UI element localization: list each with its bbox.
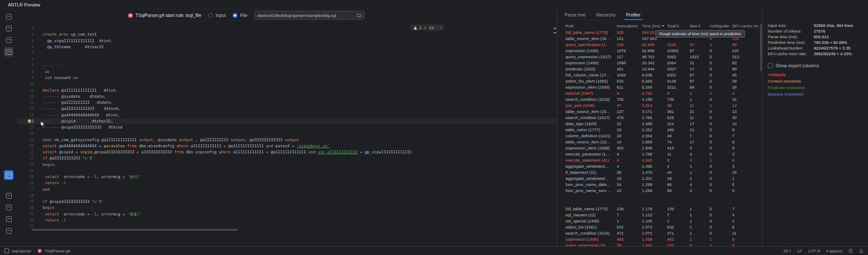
table-row[interactable]: table_source_item (15…141.959741708: [563, 139, 759, 145]
code-line[interactable]: 21select @vipid = vipid,@vipa33333333333…: [17, 149, 557, 155]
code-line[interactable]: 26 return -1: [17, 180, 557, 186]
table-row[interactable]: table_name (1777)332.2521992109: [563, 127, 759, 133]
table-row[interactable]: expression_elem (1589)4021.948413308: [563, 145, 759, 151]
table-row[interactable]: expression_elem (1590)6115.266321199026: [563, 84, 759, 90]
code-line[interactable]: 15------- @a44444444444444 dtint,: [17, 112, 557, 118]
column-header-ambiguities[interactable]: Ambiguities: [707, 23, 730, 30]
tool-button-gear-icon[interactable]: [4, 12, 13, 21]
code-line[interactable]: 10: [17, 81, 557, 87]
code-line[interactable]: 18: [17, 130, 557, 136]
code-line[interactable]: 27end: [17, 186, 557, 192]
code-line[interactable]: 3 @p_vipa1111111111111 dtint,: [17, 38, 557, 44]
table-row[interactable]: [563, 194, 759, 200]
lock-icon[interactable]: [848, 248, 853, 253]
code-line[interactable]: 17------- @vipa333333333333 dtkind: [17, 124, 557, 130]
error-stripe-mark[interactable]: [554, 32, 556, 33]
table-row[interactable]: table_source_item (15…1273.17138121013: [563, 109, 759, 115]
table-row[interactable]: aggregate_windowed…41.4954103: [563, 163, 759, 169]
table-row[interactable]: func_proc_name_data…241.29895405: [563, 182, 759, 188]
column-header-invocations[interactable]: Invocations: [614, 23, 639, 30]
code-line[interactable]: 14------- @a333333333333 dtkind,: [17, 106, 557, 112]
code-line[interactable]: 24: [17, 168, 557, 174]
code-line[interactable]: 2create proc up_com_test: [17, 31, 557, 37]
table-row[interactable]: full_column_name (17…10948.635830197045: [563, 72, 759, 78]
table-row[interactable]: aggregate_windowed…181.33118101: [563, 176, 759, 182]
code-line[interactable]: 12------- @sysdate dtdate,: [17, 93, 557, 99]
code-line[interactable]: 29if @vipa333333333333 !='0': [17, 199, 557, 205]
table-row[interactable]: asterisk (1587)94.7219114: [563, 90, 759, 96]
antlr-preview-tool-icon[interactable]: [4, 170, 13, 180]
tool-button-notifications-icon[interactable]: [4, 226, 13, 235]
code-editor[interactable]: 12create proc up_com_test3 @p_vipa111111…: [17, 22, 557, 246]
file-radio-group[interactable]: File: [233, 13, 247, 18]
table-row[interactable]: set_special (1485)11.1051101: [563, 218, 759, 224]
code-line[interactable]: 1: [17, 25, 557, 31]
column-header-rule[interactable]: Rule: [563, 23, 614, 30]
expert-columns-row[interactable]: Show expert columns: [768, 63, 868, 69]
code-line[interactable]: 16---- @vipid dtchar32,: [17, 118, 557, 124]
tool-button-layout-icon[interactable]: [4, 191, 13, 200]
table-row[interactable]: search_condition (1517)4702.78652511030: [563, 115, 759, 121]
tab-profiler[interactable]: Profiler: [621, 10, 645, 20]
test-file-path[interactable]: ebelice/Github/tsql-parser/examples/big.…: [257, 13, 354, 18]
code-line[interactable]: 7-- -- --: [17, 63, 557, 69]
table-row[interactable]: select_list_elem (1592)6326.669612997038: [563, 78, 759, 84]
test-file-path-field[interactable]: ebelice/Github/tsql-parser/examples/big.…: [254, 11, 365, 20]
code-line[interactable]: 20select @a44444444444444 = paravalue fr…: [17, 143, 557, 149]
table-row[interactable]: query_specification (1…13661.94521049719…: [563, 42, 759, 48]
input-radio-label[interactable]: Input: [216, 13, 226, 18]
table-row[interactable]: search_condition (1519)7354.1587351031: [563, 96, 759, 103]
breadcrumb-project[interactable]: tsql-parser: [12, 248, 31, 253]
prev-issue-chevron-icon[interactable]: ^: [436, 26, 437, 30]
tool-button-terminal-icon[interactable]: [4, 202, 13, 212]
file-radio[interactable]: [233, 13, 237, 18]
show-expert-columns-checkbox[interactable]: [768, 63, 773, 68]
table-row[interactable]: func_proc_name_serv…241.28995405: [563, 188, 759, 194]
breadcrumb-file[interactable]: TSqlParser.g4: [44, 248, 70, 253]
code-line[interactable]: 25 select errorcode = -1, errormsg = '执行…: [17, 174, 557, 180]
table-row[interactable]: search_condition (1516)4711.0724711011: [563, 230, 759, 236]
tool-button-preview-icon[interactable]: [4, 47, 13, 56]
intention-bulb-icon[interactable]: [28, 119, 31, 123]
status-4-spaces[interactable]: 4 spaces: [826, 248, 842, 253]
status-utf-8[interactable]: UTF-8: [808, 248, 820, 253]
table-row[interactable]: [563, 200, 759, 206]
input-radio-group[interactable]: Input: [208, 13, 226, 18]
column-header-total-k[interactable]: Total k: [664, 23, 687, 30]
input-radio[interactable]: [208, 13, 213, 18]
code-line[interactable]: 30begin: [17, 205, 557, 211]
table-row[interactable]: execute_parameter (1…41.75811403: [563, 151, 759, 157]
profiler-table[interactable]: RuleInvocationsTime (ms)Total kMax kAmbi…: [563, 23, 759, 246]
code-line[interactable]: 11declare @a1111111111111 dtint,: [17, 87, 557, 93]
table-row[interactable]: execute_statement (41)41.6428416: [563, 157, 759, 163]
table-row[interactable]: full_table_name (1773)1391.179139107: [563, 206, 759, 212]
table-row[interactable]: expression (1495)197852.99910982970237: [563, 48, 759, 54]
tool-button-bookmark-icon[interactable]: [4, 23, 13, 33]
table-row[interactable]: join_part (1636)473.3146811112: [563, 103, 759, 109]
tab-hierarchy[interactable]: Hierarchy: [591, 10, 621, 20]
tab-parse-tree[interactable]: Parse tree: [559, 10, 591, 20]
table-row[interactable]: select_list (1581)6321.073632106: [563, 224, 759, 230]
table-row[interactable]: sql_clauses (12)71.1227104: [563, 212, 759, 218]
file-radio-label[interactable]: File: [240, 13, 247, 18]
table-row[interactable]: expression (1498)199820.342206421082: [563, 60, 759, 66]
tool-button-search-icon[interactable]: [4, 35, 13, 45]
code-line[interactable]: 23begin: [17, 162, 557, 168]
code-line[interactable]: 19exec nb_com_getsysconfig @a11111111111…: [17, 137, 557, 143]
folder-icon[interactable]: [357, 13, 362, 17]
code-line[interactable]: 22if @a33333333333 !='0': [17, 155, 557, 161]
table-row[interactable]: if_statement (31)351.476441015: [563, 169, 759, 176]
code-line[interactable]: 28: [17, 192, 557, 199]
code-line[interactable]: 8 as: [17, 69, 557, 75]
table-row[interactable]: query_expression (1527)11748.76120621910…: [563, 54, 759, 60]
table-row[interactable]: predicate (1525)46113.444292717080: [563, 66, 759, 72]
code-line[interactable]: 13------- @a2222222222 dtdate,: [17, 99, 557, 106]
tool-button-commit-icon[interactable]: [4, 214, 13, 224]
code-line[interactable]: 31 select errorcode = -1, errormsg = '准备…: [17, 211, 557, 217]
next-issue-chevron-icon[interactable]: v: [440, 26, 441, 30]
error-stripe-mark[interactable]: [554, 28, 556, 29]
code-line[interactable]: 4 @p_tblname dtchar32: [17, 44, 557, 50]
inspections-widget[interactable]: 2 ✓ 23 ^ v: [410, 24, 445, 31]
code-line[interactable]: 9 set nocount on: [17, 75, 557, 81]
code-line[interactable]: 32 return -1: [17, 217, 557, 223]
